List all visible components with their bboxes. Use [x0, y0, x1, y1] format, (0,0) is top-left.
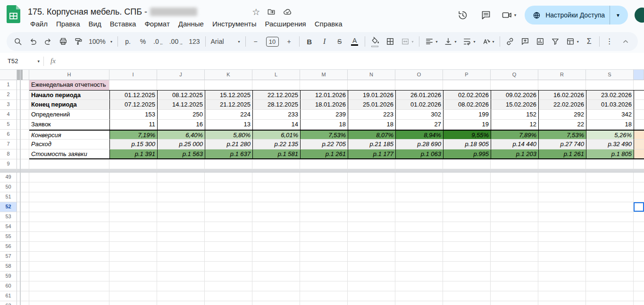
cell-L60[interactable] [252, 281, 300, 291]
cell-S5[interactable]: 18 [586, 120, 634, 130]
cell-K60[interactable] [205, 281, 252, 291]
column-header-L[interactable]: L [252, 70, 300, 80]
cell-T51[interactable] [634, 192, 644, 202]
cell-T9[interactable] [634, 159, 644, 169]
cell-H6[interactable]: Конверсия [29, 130, 109, 140]
cell-M1[interactable] [300, 80, 348, 90]
cell-R57[interactable] [538, 252, 586, 262]
cell-N52[interactable] [348, 202, 395, 212]
cell-S8[interactable]: р.1 805 [586, 149, 634, 159]
cell-I51[interactable] [109, 192, 157, 202]
cell-N2[interactable]: 19.01.2026 [348, 90, 395, 100]
column-header-P[interactable]: P [443, 70, 491, 80]
cell-S59[interactable] [586, 272, 634, 281]
cell-H49[interactable] [29, 173, 109, 182]
cell-M7[interactable]: р.22 705 [300, 140, 348, 149]
cell-K9[interactable] [205, 159, 252, 169]
cell-N51[interactable] [348, 192, 395, 202]
cell-H58[interactable] [29, 262, 109, 272]
cell-S9[interactable] [586, 159, 634, 169]
cell-T58[interactable] [634, 262, 644, 272]
cell-J50[interactable] [157, 182, 205, 192]
cell-R4[interactable]: 292 [538, 110, 586, 120]
cell-P57[interactable] [443, 252, 491, 262]
cell-L51[interactable] [252, 192, 300, 202]
cell-H61[interactable] [29, 291, 109, 301]
cell-Q58[interactable] [491, 262, 538, 272]
cell-narrow-2[interactable] [17, 90, 29, 100]
column-header-N[interactable]: N [348, 70, 395, 80]
cell-I56[interactable] [109, 242, 157, 252]
cell-N6[interactable]: 8,07% [348, 130, 395, 140]
cell-L9[interactable] [252, 159, 300, 169]
cell-H50[interactable] [29, 182, 109, 192]
cell-I62[interactable] [109, 301, 157, 305]
cell-L6[interactable]: 6,01% [252, 130, 300, 140]
cell-I53[interactable] [109, 212, 157, 222]
cell-Q9[interactable] [491, 159, 538, 169]
cell-H53[interactable] [29, 212, 109, 222]
cell-R54[interactable] [538, 222, 586, 232]
cell-K49[interactable] [205, 173, 252, 182]
menu-Расширения[interactable]: Расширения [261, 18, 310, 30]
cell-P54[interactable] [443, 222, 491, 232]
cell-I49[interactable] [109, 173, 157, 182]
cell-K51[interactable] [205, 192, 252, 202]
cell-K54[interactable] [205, 222, 252, 232]
cell-M8[interactable]: р.1 261 [300, 149, 348, 159]
cell-K5[interactable]: 13 [205, 120, 252, 130]
cell-I6[interactable]: 7,19% [109, 130, 157, 140]
decrease-decimals-button[interactable]: .0← [151, 35, 166, 48]
cell-N5[interactable]: 18 [348, 120, 395, 130]
cell-S52[interactable] [586, 202, 634, 212]
cell-narrow-3[interactable] [17, 100, 29, 110]
cell-narrow-9[interactable] [17, 159, 29, 169]
cell-L3[interactable]: 28.12.2025 [252, 100, 300, 110]
cell-Q4[interactable]: 152 [491, 110, 538, 120]
cell-I55[interactable] [109, 232, 157, 242]
cell-P49[interactable] [443, 173, 491, 182]
cell-J58[interactable] [157, 262, 205, 272]
cell-L55[interactable] [252, 232, 300, 242]
cell-K7[interactable]: р.21 280 [205, 140, 252, 149]
cell-I2[interactable]: 01.12.2025 [109, 90, 157, 100]
cell-M61[interactable] [300, 291, 348, 301]
video-call-caret-icon[interactable]: ▾ [514, 13, 517, 17]
cell-M2[interactable]: 12.01.2026 [300, 90, 348, 100]
row-header-2[interactable]: 2 [0, 90, 17, 100]
cell-R9[interactable] [538, 159, 586, 169]
cell-K6[interactable]: 5,80% [205, 130, 252, 140]
cell-S3[interactable]: 01.03.2026 [586, 100, 634, 110]
cell-narrow-61[interactable] [17, 291, 29, 301]
cell-P4[interactable]: 199 [443, 110, 491, 120]
cell-J55[interactable] [157, 232, 205, 242]
cell-N55[interactable] [348, 232, 395, 242]
menu-Формат[interactable]: Формат [140, 18, 174, 30]
collapse-toolbar-button[interactable] [619, 35, 633, 48]
cell-T53[interactable] [634, 212, 644, 222]
cell-K56[interactable] [205, 242, 252, 252]
cell-R49[interactable] [538, 173, 586, 182]
cell-I59[interactable] [109, 272, 157, 281]
cell-L49[interactable] [252, 173, 300, 182]
cell-narrow-4[interactable] [17, 110, 29, 120]
text-rotation-button[interactable]: ▾ [479, 35, 497, 48]
cell-T60[interactable] [634, 281, 644, 291]
row-header-61[interactable]: 61 [0, 291, 17, 301]
cell-N9[interactable] [348, 159, 395, 169]
cell-R3[interactable]: 22.02.2026 [538, 100, 586, 110]
cell-narrow-62[interactable] [17, 301, 29, 305]
cell-Q5[interactable]: 12 [491, 120, 538, 130]
cell-P6[interactable]: 9,55% [443, 130, 491, 140]
cell-M62[interactable] [300, 301, 348, 305]
cell-J49[interactable] [157, 173, 205, 182]
cell-H8[interactable]: Стоимость заявки [29, 149, 109, 159]
cell-K55[interactable] [205, 232, 252, 242]
cell-N57[interactable] [348, 252, 395, 262]
cell-I9[interactable] [109, 159, 157, 169]
cell-S50[interactable] [586, 182, 634, 192]
cell-L53[interactable] [252, 212, 300, 222]
column-header-O[interactable]: O [395, 70, 443, 80]
zoom-button[interactable]: 100%▾ [86, 35, 115, 48]
cell-J2[interactable]: 08.12.2025 [157, 90, 205, 100]
